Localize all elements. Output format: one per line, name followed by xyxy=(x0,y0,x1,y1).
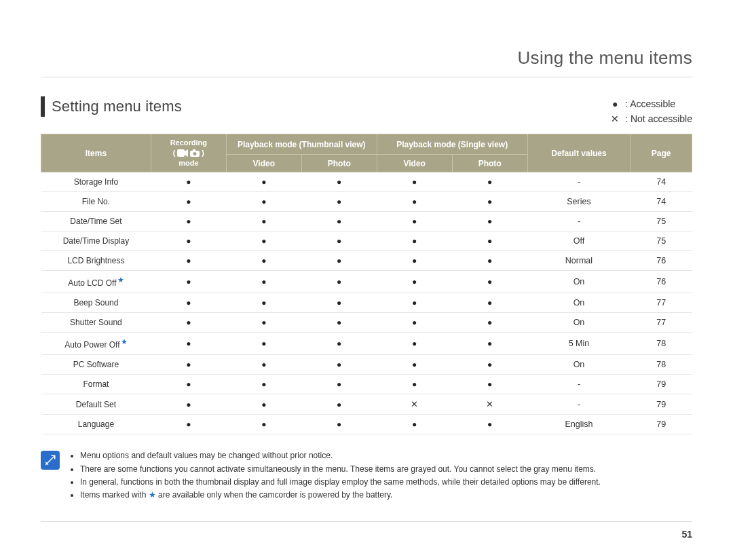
cell-item: Date/Time Set xyxy=(41,212,151,231)
cell-item: Shutter Sound xyxy=(41,313,151,333)
cell-default: - xyxy=(527,394,631,415)
th-thumb-video: Video xyxy=(226,155,301,172)
table-row: Shutter Sound●●●●●On77 xyxy=(41,313,692,333)
cell-item: Format xyxy=(41,375,151,394)
cell-mark: ● xyxy=(452,172,527,192)
divider xyxy=(41,77,692,77)
note-item: There are some functions you cannot acti… xyxy=(80,463,601,476)
cell-mark: ● xyxy=(151,251,226,271)
section-title-text: Setting menu items xyxy=(52,98,182,115)
accessible-dot-icon: ● xyxy=(610,96,620,111)
cell-mark: ● xyxy=(301,313,377,333)
cell-mark: ● xyxy=(226,251,301,271)
cell-mark: ● xyxy=(301,333,377,355)
cell-default: English xyxy=(527,415,631,434)
cell-default: On xyxy=(527,313,631,333)
table-row: Auto LCD Off★●●●●●On76 xyxy=(41,271,692,293)
legend-not-accessible-label: : Not accessible xyxy=(625,111,692,126)
cell-page: 79 xyxy=(631,394,692,415)
cell-mark: ● xyxy=(226,271,301,293)
cell-mark: ● xyxy=(452,231,527,251)
not-accessible-x-icon: ✕ xyxy=(610,111,620,126)
cell-mark: ● xyxy=(226,375,301,394)
cell-mark: ● xyxy=(452,333,527,355)
th-items: Items xyxy=(41,134,151,172)
table-row: Auto Power Off★●●●●●5 Min78 xyxy=(41,333,692,355)
star-icon: ★ xyxy=(117,276,124,284)
cell-default: - xyxy=(527,212,631,231)
th-recording-bottom: mode xyxy=(178,159,198,168)
cell-mark: ● xyxy=(452,375,527,394)
cell-mark: ● xyxy=(452,415,527,434)
cell-default: - xyxy=(527,375,631,394)
cell-default: On xyxy=(527,355,631,375)
cell-item: Default Set xyxy=(41,394,151,415)
cell-default: Series xyxy=(527,192,631,212)
cell-mark: ● xyxy=(151,172,226,192)
star-icon: ★ xyxy=(121,337,128,346)
cell-mark: ● xyxy=(301,192,377,212)
cell-page: 75 xyxy=(631,231,692,251)
cell-mark: ● xyxy=(151,192,226,212)
th-recording-top: Recording xyxy=(170,138,207,147)
cell-mark: ● xyxy=(377,375,452,394)
cell-mark: ● xyxy=(377,333,452,355)
section-title: Setting menu items xyxy=(41,96,182,117)
cell-mark: ● xyxy=(452,212,527,231)
table-row: Default Set●●●✕✕-79 xyxy=(41,394,692,415)
cell-page: 76 xyxy=(631,271,692,293)
cell-mark: ● xyxy=(301,394,377,415)
cell-page: 79 xyxy=(631,375,692,394)
page-number: 51 xyxy=(681,529,692,540)
cell-mark: ● xyxy=(377,212,452,231)
cell-item: File No. xyxy=(41,192,151,212)
note4-part-b: are available only when the camcorder is… xyxy=(156,490,393,500)
table-row: Storage Info●●●●●-74 xyxy=(41,172,692,192)
cell-mark: ● xyxy=(151,394,226,415)
cell-mark: ● xyxy=(301,293,377,313)
table-row: Language●●●●●English79 xyxy=(41,415,692,434)
cell-item: Storage Info xyxy=(41,172,151,192)
table-row: Beep Sound●●●●●On77 xyxy=(41,293,692,313)
cell-mark: ● xyxy=(226,293,301,313)
cell-mark: ● xyxy=(301,251,377,271)
th-page: Page xyxy=(631,134,692,172)
cell-item: PC Software xyxy=(41,355,151,375)
cell-page: 77 xyxy=(631,293,692,313)
cell-item: Beep Sound xyxy=(41,293,151,313)
star-icon: ★ xyxy=(149,490,156,500)
cell-mark: ● xyxy=(226,212,301,231)
th-playback-thumbnail: Playback mode (Thumbnail view) xyxy=(226,134,377,155)
cell-default: - xyxy=(527,172,631,192)
cell-item: Language xyxy=(41,415,151,434)
note-item: Items marked with ★ are available only w… xyxy=(80,489,601,502)
cell-page: 76 xyxy=(631,251,692,271)
cell-mark: ● xyxy=(301,172,377,192)
cell-page: 77 xyxy=(631,313,692,333)
cell-mark: ● xyxy=(301,415,377,434)
th-single-photo: Photo xyxy=(452,155,527,172)
cell-mark: ● xyxy=(452,192,527,212)
cell-mark: ● xyxy=(301,375,377,394)
cell-page: 74 xyxy=(631,192,692,212)
cell-mark: ● xyxy=(452,313,527,333)
note4-part-a: Items marked with xyxy=(80,490,149,500)
video-mode-icon xyxy=(177,149,188,157)
cell-mark: ● xyxy=(151,293,226,313)
cell-page: 78 xyxy=(631,333,692,355)
paren-close: ) xyxy=(202,149,204,157)
svg-point-3 xyxy=(193,152,197,155)
th-playback-single: Playback mode (Single view) xyxy=(377,134,527,155)
cell-mark: ● xyxy=(226,192,301,212)
cell-mark: ● xyxy=(301,355,377,375)
cell-page: 75 xyxy=(631,212,692,231)
table-row: File No.●●●●●Series74 xyxy=(41,192,692,212)
cell-mark: ● xyxy=(226,355,301,375)
cell-mark: ● xyxy=(226,313,301,333)
paren-open: ( xyxy=(173,149,176,157)
cell-page: 78 xyxy=(631,355,692,375)
table-row: PC Software●●●●●On78 xyxy=(41,355,692,375)
chapter-title: Using the menu items xyxy=(41,48,692,69)
th-single-video: Video xyxy=(377,155,452,172)
cell-mark: ● xyxy=(151,333,226,355)
